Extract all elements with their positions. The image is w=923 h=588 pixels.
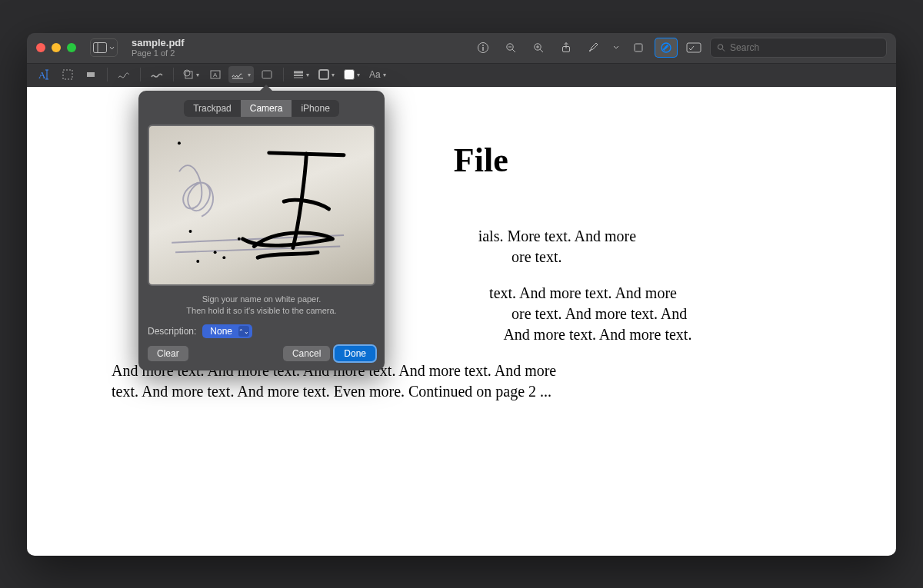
preview-window: sample.pdf Page 1 of 2 [27,33,896,556]
signature-capture-icon [149,126,374,284]
svg-text:A: A [38,69,46,80]
svg-line-6 [512,49,515,52]
description-select[interactable]: None ⌃⌄ [202,324,252,338]
svg-point-38 [238,237,241,240]
border-style-tool[interactable]: ▾ [290,66,312,83]
svg-point-34 [189,230,192,233]
svg-point-25 [184,70,190,76]
window-controls [36,43,76,52]
highlight-menu-button[interactable] [610,38,622,58]
svg-rect-4 [482,47,483,51]
share-button[interactable] [555,38,578,58]
description-value: None [205,326,237,337]
chevron-down-icon: ▾ [306,71,309,78]
camera-preview [148,125,375,286]
svg-text:A: A [213,71,218,78]
zoom-in-button[interactable] [527,38,550,58]
page-indicator: Page 1 of 2 [132,48,185,58]
sketch-tool[interactable] [114,66,134,83]
chevron-down-icon: ▾ [332,71,335,78]
svg-point-36 [222,256,225,259]
info-button[interactable] [471,38,495,58]
minimize-window-button[interactable] [52,43,61,52]
markup-toggle-button[interactable] [655,38,678,58]
zoom-out-button[interactable] [499,38,522,58]
zoom-window-button[interactable] [67,43,76,52]
svg-line-17 [722,49,725,51]
chevron-down-icon: ▾ [357,71,360,78]
svg-rect-13 [635,44,642,51]
text-style-tool[interactable]: Aa ▾ [366,66,389,83]
highlight-button[interactable] [582,38,605,58]
description-row: Description: None ⌃⌄ [148,324,375,338]
svg-point-16 [718,45,722,49]
heading-visible-suffix: File [454,141,508,179]
shapes-tool[interactable]: ▾ [180,66,202,83]
rect-selection-tool[interactable] [58,66,78,83]
signature-source-tabs: Trackpad Camera iPhone [184,100,339,117]
border-color-swatch [318,69,329,80]
border-color-tool[interactable]: ▾ [315,66,338,83]
toolbar-group-right [471,38,887,58]
svg-rect-15 [687,43,701,52]
text-tool[interactable]: A [205,66,225,83]
form-fill-button[interactable] [682,38,705,58]
tab-camera[interactable]: Camera [241,100,292,117]
fill-color-swatch [344,69,355,80]
tab-iphone[interactable]: iPhone [292,100,338,117]
text-selection-tool[interactable]: A [35,66,55,83]
draw-tool[interactable] [147,66,167,83]
markup-toolbar: A ▾ A ▾ ▾ [27,64,896,87]
search-input[interactable] [730,42,880,53]
svg-point-3 [482,45,484,46]
chevron-down-icon: ▾ [248,71,251,78]
svg-point-35 [214,251,217,254]
signature-instructions: Sign your name on white paper. Then hold… [148,294,375,317]
close-window-button[interactable] [36,43,45,52]
sign-tool[interactable]: ▾ [228,66,254,83]
svg-point-37 [196,260,199,263]
sidebar-toggle-button[interactable] [90,38,118,57]
text-style-label: Aa [369,69,381,80]
done-button[interactable]: Done [335,346,375,361]
note-tool[interactable] [257,66,277,83]
chevron-down-icon: ▾ [383,71,386,78]
clear-button[interactable]: Clear [148,346,188,361]
document-title: sample.pdf [132,38,185,48]
search-icon [717,43,725,52]
svg-line-9 [540,49,543,52]
cancel-button[interactable]: Cancel [283,346,330,361]
select-caret-icon: ⌃⌄ [238,326,249,337]
svg-rect-29 [262,71,272,78]
svg-point-33 [178,141,181,145]
titlebar: sample.pdf Page 1 of 2 [27,33,896,64]
redact-tool[interactable] [81,66,101,83]
svg-rect-23 [87,72,95,77]
svg-rect-22 [63,70,72,79]
search-field[interactable] [710,38,887,58]
description-label: Description: [148,326,196,337]
fill-color-tool[interactable]: ▾ [341,66,363,83]
tab-trackpad[interactable]: Trackpad [184,100,241,117]
rotate-button[interactable] [627,38,650,58]
signature-popover: Trackpad Camera iPhone [138,91,385,371]
document-title-area: sample.pdf Page 1 of 2 [132,38,185,58]
chevron-down-icon: ▾ [196,71,199,78]
svg-rect-0 [94,43,107,53]
